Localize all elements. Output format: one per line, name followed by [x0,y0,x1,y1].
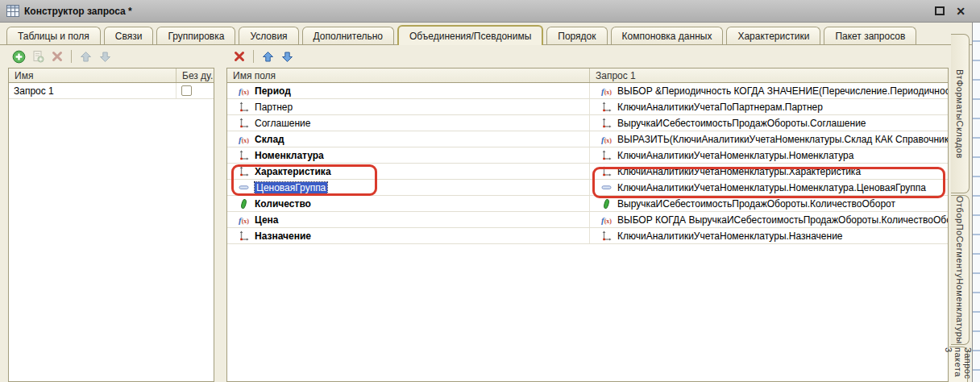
dimension-icon [239,166,249,176]
field-expression: КлючиАналитикиУчетаНоменклатуры.Номенкла… [617,150,853,161]
field-expression: КлючиАналитикиУчетаНоменклатуры.Назначен… [617,230,843,242]
delete-icon [52,51,63,62]
background-list-strip [972,23,980,382]
field-name: Склад [255,134,284,145]
dimension-icon [601,102,612,112]
function-icon: f(x) [239,86,249,96]
copy-query-button[interactable] [31,49,45,64]
function-icon: f(x) [601,135,612,144]
side-tab-query-batch-3[interactable]: Запрос пакета 3 [949,347,968,382]
fields-grid: Имя поля Запрос 1 f(x) Период f(x) ВЫБОР… [226,68,949,382]
no-duplicates-checkbox[interactable] [181,85,192,96]
side-tab-vt-formats-warehouses[interactable]: ВтФорматыСкладов [951,34,970,193]
field-row[interactable]: Назначение КлючиАналитикиУчетаНоменклату… [227,228,948,244]
field-name: Характеристика [255,166,331,177]
tab-grouping[interactable]: Группировка [156,27,235,44]
close-button[interactable]: ✕ [956,6,965,17]
field-row-selected[interactable]: ЦеноваяГруппа КлючиАналитикиУчетаНоменкл… [227,180,948,196]
window-title: Конструктор запроса * [24,6,132,17]
tab-unions-aliases[interactable]: Объединения/Псевдонимы [397,25,543,45]
tab-links[interactable]: Связи [104,27,154,44]
move-field-up-button[interactable] [260,49,275,64]
function-icon: f(x) [601,86,612,96]
queries-grid: Имя Без ду... Запрос 1 [8,68,214,382]
tab-data-composition[interactable]: Компоновка данных [611,27,724,44]
field-expression: КлючиАналитикиУчетаПоПартнерам.Партнер [617,102,823,113]
query-name-cell[interactable]: Запрос 1 [9,83,176,98]
dimension-icon [239,230,249,241]
dimension-icon [601,166,612,176]
arrow-down-icon [99,51,111,63]
tab-conditions[interactable]: Условия [239,27,298,44]
field-row[interactable]: f(x) Период f(x) ВЫБОР &Периодичность КО… [227,83,948,99]
column-header-query1[interactable]: Запрос 1 [590,69,948,82]
field-expression: КлючиАналитикиУчетаНоменклатуры.Характер… [617,166,861,177]
field-expression: ВыручкаИСебестоимостьПродажОбороты.Согла… [617,118,866,129]
tab-tables-fields[interactable]: Таблицы и поля [6,27,101,44]
field-row[interactable]: f(x) Склад f(x) ВЫРАЗИТЬ(КлючиАналитикиУ… [227,131,948,147]
field-expression: ВЫБОР &Периодичность КОГДА ЗНАЧЕНИЕ(Пере… [617,85,948,97]
field-name: Назначение [255,230,311,242]
title-bar: Конструктор запроса * ✕ [0,0,980,23]
delete-field-button[interactable] [232,49,247,64]
query-builder-window: Конструктор запроса * ✕ Таблицы и поля С… [0,0,980,382]
arrow-up-icon [80,51,92,63]
move-query-up-button[interactable] [78,49,93,64]
field-name: Цена [255,214,279,226]
table-icon [6,5,19,17]
dimension-icon [239,150,249,160]
queries-toolbar [11,47,112,66]
query-row[interactable]: Запрос 1 [9,83,214,99]
field-expression: ВыручкаИСебестоимостьПродажОбороты.Колич… [617,198,895,210]
field-row[interactable]: Партнер КлючиАналитикиУчетаПоПартнерам.П… [227,99,948,115]
field-name: Партнер [255,102,293,113]
tab-query-batch[interactable]: Пакет запросов [824,27,916,44]
field-name-edit-selected[interactable]: ЦеноваяГруппа [255,182,327,193]
delete-query-button[interactable] [50,49,64,64]
resource-icon [601,198,612,210]
column-header-name[interactable]: Имя [9,69,176,82]
add-icon [12,50,26,64]
tab-characteristics[interactable]: Характеристики [726,27,820,44]
field-expression: ВЫБОР КОГДА ВыручкаИСебестоимостьПродажО… [617,214,948,226]
field-row[interactable]: f(x) Цена f(x) ВЫБОР КОГДА ВыручкаИСебес… [227,212,948,228]
move-field-down-button[interactable] [280,49,294,64]
field-row[interactable]: Количество ВыручкаИСебестоимостьПродажОб… [227,196,948,212]
dimension-icon [239,118,249,128]
field-expression: КлючиАналитикиУчетаНоменклатуры.Номенкла… [617,182,926,193]
field-expression: ВЫРАЗИТЬ(КлючиАналитикиУчетаНоменклатуры… [617,134,948,145]
function-icon: f(x) [239,135,249,144]
delete-icon [234,51,245,62]
field-name: Количество [255,198,311,210]
toolbar-separator [253,50,254,63]
field-row[interactable]: Соглашение ВыручкаИСебестоимостьПродажОб… [227,115,948,131]
tab-bar: Таблицы и поля Связи Группировка Условия… [0,23,972,45]
field-name: Соглашение [255,118,310,129]
toolbar-separator [71,50,72,63]
dimension-icon [239,102,249,112]
tab-additional[interactable]: Дополнительно [302,27,394,44]
maximize-button[interactable] [935,6,945,15]
arrow-up-icon [262,51,274,63]
field-name: Номенклатура [255,150,324,161]
add-query-button[interactable] [11,49,26,64]
dash-icon [238,182,250,193]
dimension-icon [601,230,612,241]
field-name: Период [255,85,291,97]
panel-splitter[interactable] [214,68,226,382]
function-icon: f(x) [601,215,612,225]
resource-icon [239,198,249,210]
dimension-icon [601,118,612,128]
field-row[interactable]: Характеристика КлючиАналитикиУчетаНоменк… [227,164,948,180]
column-header-no-duplicates[interactable]: Без ду... [176,69,214,82]
column-header-field-name[interactable]: Имя поля [227,69,590,82]
side-tab-selection-by-segment[interactable]: ОтборПоСегментуНоменклатуры [951,195,970,345]
dash-icon [600,182,612,193]
arrow-down-icon [281,51,293,63]
fields-toolbar [232,47,294,66]
tab-order[interactable]: Порядок [546,27,607,44]
field-row[interactable]: Номенклатура КлючиАналитикиУчетаНоменкла… [227,147,948,164]
dimension-icon [601,150,612,160]
move-query-down-button[interactable] [98,49,112,64]
copy-icon [31,50,44,63]
